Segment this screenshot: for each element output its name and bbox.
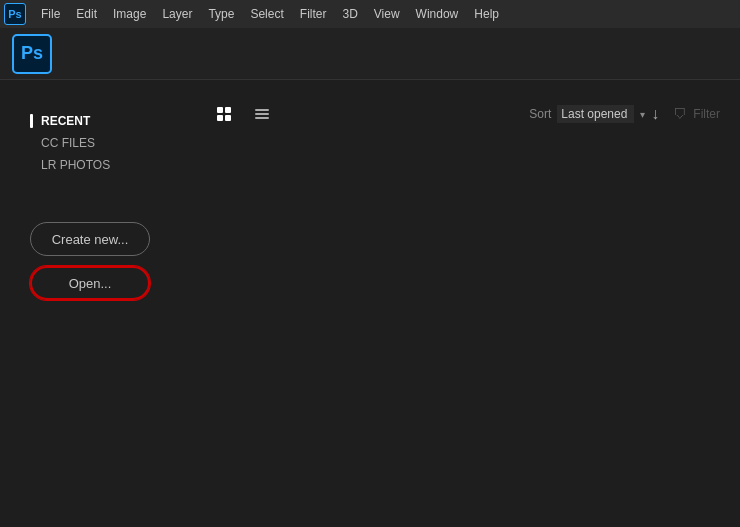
view-toolbar: Sort Last opened Name Size Date created …: [170, 100, 720, 128]
create-new-button[interactable]: Create new...: [30, 222, 150, 256]
menu-bar: Ps File Edit Image Layer Type Select Fil…: [0, 0, 740, 28]
ps-header-bar: Ps: [0, 28, 740, 80]
sidebar-item-recent[interactable]: RECENT: [30, 110, 144, 132]
menu-help[interactable]: Help: [467, 1, 506, 27]
grid-icon: [217, 107, 231, 121]
menu-select[interactable]: Select: [243, 1, 290, 27]
sort-chevron-icon: ▾: [640, 109, 645, 120]
list-view-button[interactable]: [248, 100, 276, 128]
sort-section: Sort Last opened Name Size Date created …: [529, 105, 720, 123]
menu-filter[interactable]: Filter: [293, 1, 334, 27]
sort-direction-icon[interactable]: ↓: [651, 105, 659, 123]
ps-logo-small: Ps: [4, 3, 26, 25]
nav-section: RECENT CC FILES LR PHOTOS: [30, 110, 144, 176]
menu-image[interactable]: Image: [106, 1, 153, 27]
filter-icon[interactable]: ⛉: [673, 106, 687, 122]
menu-file[interactable]: File: [34, 1, 67, 27]
sort-label: Sort: [529, 107, 551, 121]
filter-label: Filter: [693, 107, 720, 121]
sidebar: RECENT CC FILES LR PHOTOS Create new... …: [0, 80, 160, 527]
main-layout: RECENT CC FILES LR PHOTOS Create new... …: [0, 80, 740, 527]
menu-layer[interactable]: Layer: [155, 1, 199, 27]
sidebar-item-cc-files[interactable]: CC FILES: [30, 132, 144, 154]
menu-edit[interactable]: Edit: [69, 1, 104, 27]
sort-dropdown-container[interactable]: Last opened Name Size Date created: [557, 105, 634, 123]
menu-type[interactable]: Type: [201, 1, 241, 27]
open-button[interactable]: Open...: [30, 266, 150, 300]
menu-view[interactable]: View: [367, 1, 407, 27]
recent-files-area: [170, 148, 720, 507]
menu-window[interactable]: Window: [409, 1, 466, 27]
action-buttons: Create new... Open...: [30, 222, 144, 300]
content-area: Sort Last opened Name Size Date created …: [160, 80, 740, 527]
sidebar-item-lr-photos[interactable]: LR PHOTOS: [30, 154, 144, 176]
ps-logo-large: Ps: [12, 34, 52, 74]
sort-select[interactable]: Last opened Name Size Date created: [557, 105, 634, 123]
grid-view-button[interactable]: [210, 100, 238, 128]
menu-3d[interactable]: 3D: [335, 1, 364, 27]
list-icon: [255, 107, 269, 121]
